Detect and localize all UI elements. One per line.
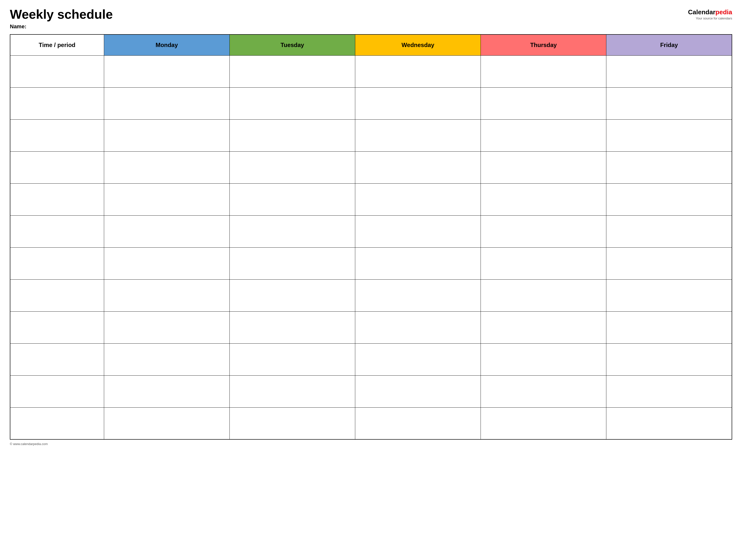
- table-cell[interactable]: [606, 215, 732, 247]
- table-cell[interactable]: [481, 312, 606, 343]
- table-cell[interactable]: [481, 55, 606, 88]
- table-row: [10, 55, 732, 88]
- table-cell[interactable]: [229, 55, 355, 88]
- logo-calendar-part: Calendar: [688, 8, 716, 16]
- header-time: Time / period: [10, 35, 104, 55]
- table-cell[interactable]: [355, 151, 481, 183]
- table-cell[interactable]: [10, 312, 104, 343]
- table-row: [10, 375, 732, 407]
- table-cell[interactable]: [481, 247, 606, 279]
- table-cell[interactable]: [355, 343, 481, 375]
- table-cell[interactable]: [481, 88, 606, 119]
- table-cell[interactable]: [104, 343, 229, 375]
- table-row: [10, 119, 732, 151]
- table-cell[interactable]: [229, 183, 355, 215]
- table-cell[interactable]: [229, 279, 355, 312]
- table-cell[interactable]: [481, 151, 606, 183]
- table-cell[interactable]: [10, 343, 104, 375]
- table-cell[interactable]: [606, 151, 732, 183]
- table-cell[interactable]: [355, 279, 481, 312]
- table-row: [10, 88, 732, 119]
- table-cell[interactable]: [606, 183, 732, 215]
- table-cell[interactable]: [229, 215, 355, 247]
- table-row: [10, 343, 732, 375]
- page-header: Weekly schedule Name: Calendarpedia Your…: [10, 7, 732, 30]
- table-cell[interactable]: [355, 407, 481, 439]
- table-cell[interactable]: [606, 312, 732, 343]
- table-cell[interactable]: [229, 407, 355, 439]
- header-friday: Friday: [606, 35, 732, 55]
- table-cell[interactable]: [10, 215, 104, 247]
- table-cell[interactable]: [104, 312, 229, 343]
- table-cell[interactable]: [355, 119, 481, 151]
- table-cell[interactable]: [104, 247, 229, 279]
- table-cell[interactable]: [10, 279, 104, 312]
- logo-block: Calendarpedia Your source for calendars: [688, 8, 732, 20]
- table-cell[interactable]: [481, 343, 606, 375]
- table-cell[interactable]: [606, 119, 732, 151]
- table-cell[interactable]: [606, 55, 732, 88]
- table-cell[interactable]: [229, 88, 355, 119]
- header-wednesday: Wednesday: [355, 35, 481, 55]
- table-cell[interactable]: [355, 247, 481, 279]
- table-cell[interactable]: [481, 183, 606, 215]
- table-cell[interactable]: [104, 375, 229, 407]
- header-thursday: Thursday: [481, 35, 606, 55]
- table-cell[interactable]: [104, 215, 229, 247]
- table-row: [10, 312, 732, 343]
- table-cell[interactable]: [606, 407, 732, 439]
- table-cell[interactable]: [104, 279, 229, 312]
- schedule-body: [10, 55, 732, 439]
- table-cell[interactable]: [481, 279, 606, 312]
- table-cell[interactable]: [229, 343, 355, 375]
- table-cell[interactable]: [104, 183, 229, 215]
- table-cell[interactable]: [606, 88, 732, 119]
- table-cell[interactable]: [104, 88, 229, 119]
- table-row: [10, 247, 732, 279]
- table-row: [10, 183, 732, 215]
- table-row: [10, 215, 732, 247]
- table-cell[interactable]: [355, 312, 481, 343]
- footer-url: © www.calendarpedia.com: [10, 442, 732, 446]
- table-cell[interactable]: [481, 375, 606, 407]
- table-row: [10, 407, 732, 439]
- logo-tagline: Your source for calendars: [696, 16, 732, 20]
- table-cell[interactable]: [10, 375, 104, 407]
- table-cell[interactable]: [606, 375, 732, 407]
- table-cell[interactable]: [606, 343, 732, 375]
- header-tuesday: Tuesday: [229, 35, 355, 55]
- table-cell[interactable]: [229, 375, 355, 407]
- title-block: Weekly schedule Name:: [10, 7, 113, 30]
- logo-text: Calendarpedia: [688, 8, 732, 16]
- table-cell[interactable]: [355, 88, 481, 119]
- table-cell[interactable]: [481, 215, 606, 247]
- table-cell[interactable]: [104, 55, 229, 88]
- table-cell[interactable]: [10, 183, 104, 215]
- table-cell[interactable]: [229, 312, 355, 343]
- page-title: Weekly schedule: [10, 7, 113, 21]
- header-row: Time / period Monday Tuesday Wednesday T…: [10, 35, 732, 55]
- table-cell[interactable]: [355, 215, 481, 247]
- table-cell[interactable]: [355, 183, 481, 215]
- table-cell[interactable]: [229, 151, 355, 183]
- table-cell[interactable]: [355, 55, 481, 88]
- table-cell[interactable]: [10, 407, 104, 439]
- name-label: Name:: [10, 23, 113, 30]
- table-cell[interactable]: [229, 119, 355, 151]
- table-row: [10, 151, 732, 183]
- table-cell[interactable]: [481, 407, 606, 439]
- table-cell[interactable]: [10, 119, 104, 151]
- table-cell[interactable]: [10, 55, 104, 88]
- table-cell[interactable]: [104, 151, 229, 183]
- table-cell[interactable]: [10, 88, 104, 119]
- table-cell[interactable]: [10, 247, 104, 279]
- table-cell[interactable]: [606, 247, 732, 279]
- table-cell[interactable]: [104, 407, 229, 439]
- table-cell[interactable]: [606, 279, 732, 312]
- table-cell[interactable]: [10, 151, 104, 183]
- table-cell[interactable]: [481, 119, 606, 151]
- table-cell[interactable]: [355, 375, 481, 407]
- table-cell[interactable]: [104, 119, 229, 151]
- weekly-schedule-table: Time / period Monday Tuesday Wednesday T…: [10, 34, 732, 440]
- table-cell[interactable]: [229, 247, 355, 279]
